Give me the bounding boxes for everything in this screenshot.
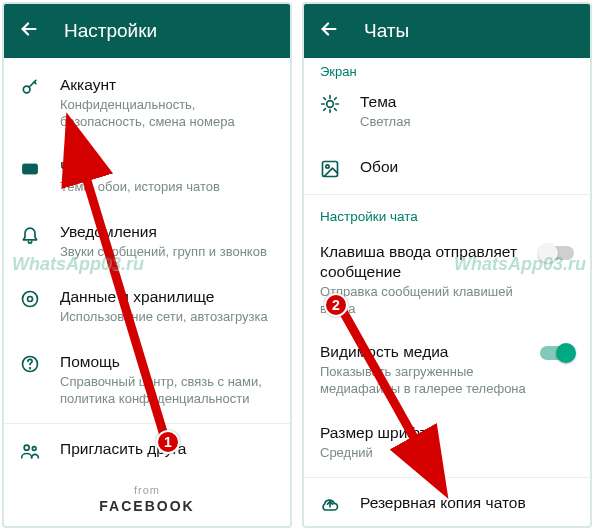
- section-chat-settings: Настройки чата: [304, 197, 590, 230]
- item-title: Данные и хранилище: [60, 287, 274, 307]
- cloud-upload-icon: [320, 493, 360, 515]
- settings-item-storage[interactable]: Данные и хранилище Использование сети, а…: [4, 274, 290, 339]
- svg-rect-10: [323, 162, 338, 177]
- item-title: Резервная копия чатов: [360, 493, 574, 513]
- appbar: Настройки: [4, 4, 290, 58]
- font-size-row[interactable]: Размер шрифта Средний: [304, 410, 590, 475]
- back-icon[interactable]: [318, 18, 364, 44]
- svg-point-7: [32, 447, 36, 451]
- appbar: Чаты: [304, 4, 590, 58]
- divider: [304, 477, 590, 478]
- svg-point-3: [28, 296, 33, 301]
- chats-settings-screen: Чаты Экран Тема Светлая Обои Настройки ч…: [302, 2, 592, 528]
- watermark: WhatsApp03.ru: [12, 254, 144, 275]
- page-title: Настройки: [64, 20, 157, 42]
- item-sub: Светлая: [360, 114, 574, 131]
- divider: [304, 194, 590, 195]
- watermark: WhatsApp03.ru: [454, 254, 586, 275]
- item-title: Чаты: [60, 157, 274, 177]
- theme-row[interactable]: Тема Светлая: [304, 79, 590, 144]
- storage-icon: [20, 287, 60, 309]
- svg-point-6: [24, 445, 29, 450]
- theme-icon: [320, 92, 360, 114]
- item-sub: Конфиденциальность, безопасность, смена …: [60, 97, 274, 131]
- item-title: Размер шрифта: [320, 423, 574, 443]
- invite-friends[interactable]: Пригласить друга: [4, 426, 290, 474]
- item-title: Видимость медиа: [320, 342, 532, 362]
- chat-icon: [20, 157, 60, 179]
- media-visibility-switch[interactable]: [540, 346, 574, 360]
- enter-sends-row[interactable]: Клавиша ввода отправляет сообщение Отпра…: [304, 230, 590, 330]
- back-icon[interactable]: [18, 18, 64, 44]
- item-title: Тема: [360, 92, 574, 112]
- divider: [4, 423, 290, 424]
- item-title: Уведомления: [60, 222, 274, 242]
- item-sub: Справочный центр, связь с нами, политика…: [60, 374, 274, 408]
- svg-rect-1: [23, 164, 38, 174]
- chat-backup-row[interactable]: Резервная копия чатов: [304, 480, 590, 528]
- people-icon: [20, 439, 60, 461]
- svg-point-5: [30, 368, 31, 369]
- item-title: Аккаунт: [60, 75, 274, 95]
- help-icon: [20, 352, 60, 374]
- key-icon: [20, 75, 60, 97]
- settings-item-chats[interactable]: Чаты Тема, обои, история чатов: [4, 144, 290, 209]
- item-sub: Отправка сообщений клавишей ввода: [320, 284, 532, 318]
- bell-icon: [20, 222, 60, 244]
- wallpaper-row[interactable]: Обои: [304, 144, 590, 192]
- item-sub: Показывать загруженные медиафайлы в гале…: [320, 364, 532, 398]
- from-facebook: from FACEBOOK: [4, 474, 290, 518]
- media-visibility-row[interactable]: Видимость медиа Показывать загруженные м…: [304, 330, 590, 410]
- settings-item-help[interactable]: Помощь Справочный центр, связь с нами, п…: [4, 339, 290, 421]
- svg-point-9: [327, 101, 334, 108]
- item-sub: Тема, обои, история чатов: [60, 179, 274, 196]
- wallpaper-icon: [320, 157, 360, 179]
- item-title: Помощь: [60, 352, 274, 372]
- item-sub: Использование сети, автозагрузка: [60, 309, 274, 326]
- settings-item-account[interactable]: Аккаунт Конфиденциальность, безопасность…: [4, 62, 290, 144]
- item-sub: Средний: [320, 445, 574, 462]
- settings-screen: Настройки Аккаунт Конфиденциальность, бе…: [2, 2, 292, 528]
- step-badge-1: 1: [156, 430, 180, 454]
- svg-point-11: [326, 165, 329, 168]
- page-title: Чаты: [364, 20, 409, 42]
- section-display-cut: Экран: [304, 58, 590, 79]
- svg-point-2: [23, 291, 38, 306]
- item-title: Обои: [360, 157, 574, 177]
- step-badge-2: 2: [324, 293, 348, 317]
